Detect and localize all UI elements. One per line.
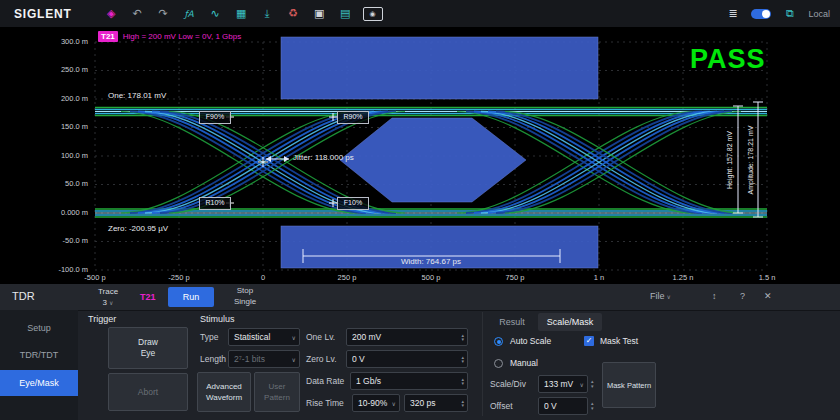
chevron-down-icon: ∨ [667,294,671,300]
chevron-down-icon: ∨ [292,334,296,341]
panel-title: TDR [12,290,35,302]
help-icon[interactable]: ? [740,291,745,301]
x-axis-tick: -250 p [151,273,207,282]
tab-tdr-tdt[interactable]: TDR/TDT [0,343,78,367]
abort-button[interactable]: Abort [108,373,188,411]
draw-eye-button[interactable]: Draw Eye [108,327,188,369]
local-status-label: Local [808,9,830,19]
chevron-down-icon: ∨ [292,356,296,363]
length-label: Length [200,354,226,364]
auto-scale-label: Auto Scale [510,336,551,346]
top-toolbar: SIGLENT ◈ ↶ ↷ ƒA ∿ ▦ ⤓ ♻ ▣ ▤ ◉ ≣ ⧉ Local [0,0,840,28]
manual-label: Manual [510,358,538,368]
file-menu[interactable]: File∨ [650,291,671,301]
toggle-switch[interactable] [751,9,771,19]
tab-scale-mask[interactable]: Scale/Mask [538,313,602,331]
scale-div-input[interactable]: 133 mV∨ [538,375,588,393]
close-icon[interactable]: ✕ [764,291,772,301]
x-axis-tick: 1.5 n [739,273,795,282]
zero-level-field-label: Zero Lv. [306,354,337,364]
zero-level-input[interactable]: 0 V ▴▾ [346,350,468,368]
resize-icon[interactable]: ↕ [712,291,717,301]
mask-test-pass-badge: PASS [690,44,766,75]
brand-logo: SIGLENT [14,7,72,21]
one-level-label: One: 178.01 mV [108,91,166,100]
manual-radio[interactable] [494,359,503,368]
offset-input[interactable]: 0 V [538,397,588,415]
x-axis-tick: 750 p [487,273,543,282]
trace-selector-line1: Trace [84,286,132,297]
type-label: Type [200,332,218,342]
section-divider [482,312,483,416]
rise-time-input[interactable]: 320 ps ▴▾ [404,394,468,412]
tab-eye-mask[interactable]: Eye/Mask [0,370,78,396]
run-button[interactable]: Run [168,287,214,307]
y-axis-tick: 150.0 m [36,122,88,131]
trace-chip: T21 [98,31,118,42]
probe-icon[interactable]: ◈ [103,5,120,22]
x-axis-tick: 1 n [571,273,627,282]
waveform-icon[interactable]: ∿ [207,5,224,22]
jitter-label: Jitter: 118.000 ps [293,153,354,162]
y-axis-tick: 100.0 m [36,151,88,160]
chevron-down-icon: ∨ [580,381,584,388]
marker-f90: F90% [199,111,231,124]
spinner-control[interactable]: ▴▾ [461,355,464,364]
mask-pattern-button[interactable]: Mask Pattern [602,362,656,408]
toolbar-right-group: ≣ ⧉ Local [724,5,830,22]
marker-r10: R10% [199,197,231,210]
grid-icon[interactable]: ▦ [233,5,250,22]
spinner-control[interactable]: ▴▾ [461,333,464,342]
eye-diagram-display: T21 High = 200 mV Low = 0V, 1 Gbps PASS … [0,28,840,284]
folder-icon[interactable]: ▤ [337,5,354,22]
rise-time-range-select[interactable]: 10-90%∨ [352,394,400,412]
redo-icon[interactable]: ↷ [155,5,172,22]
data-rate-label: Data Rate [306,376,344,386]
stop-single-button[interactable]: Stop Single [222,285,268,309]
advanced-waveform-button[interactable]: Advanced Waveform [197,372,251,412]
chevron-down-icon: ∨ [109,300,113,306]
x-axis-tick: 1.25 n [655,273,711,282]
scale-div-label: Scale/Div [490,379,526,389]
mask-test-checkbox[interactable]: ✓ [584,336,594,346]
export-icon[interactable]: ⤓ [259,5,276,22]
one-level-field-label: One Lv. [306,332,335,342]
spinner-control[interactable]: ▴▾ [461,377,464,386]
menu-icon[interactable]: ≣ [724,5,741,22]
spinner-control[interactable]: ▴▾ [591,401,594,410]
one-level-input[interactable]: 200 mV ▴▾ [346,328,468,346]
trace-selector-line2: 3∨ [84,297,132,309]
save-icon[interactable]: ▣ [311,5,328,22]
tab-result[interactable]: Result [490,313,534,331]
spinner-control[interactable]: ▴▾ [461,399,464,408]
chevron-down-icon: ∨ [392,400,396,407]
network-icon[interactable]: ⧉ [781,5,798,22]
tab-setup[interactable]: Setup [0,316,78,340]
rise-time-label: Rise Time [306,398,344,408]
x-axis-tick: 500 p [403,273,459,282]
trash-icon[interactable]: ♻ [285,5,302,22]
length-select[interactable]: 2⁷-1 bits∨ [228,350,300,368]
y-axis-tick: 0.000 m [36,208,88,217]
panel-header: TDR Trace 3∨ T21 Run Stop Single File∨ ↕… [0,284,840,311]
measurement-header: T21 High = 200 mV Low = 0V, 1 Gbps [98,31,241,42]
trace-selector-dropdown[interactable]: Trace 3∨ [84,286,132,308]
undo-icon[interactable]: ↶ [129,5,146,22]
user-pattern-button[interactable]: User Pattern [254,372,300,412]
trigger-section-label: Trigger [88,314,116,324]
auto-scale-radio[interactable] [494,337,503,346]
single-label: Single [222,296,268,307]
type-select[interactable]: Statistical∨ [228,328,300,346]
y-axis-tick: -50.0 m [36,236,88,245]
marker-f10: F10% [337,197,369,210]
zero-level-label: Zero: -200.95 µV [108,224,168,233]
width-label: Width: 764.67 ps [371,257,491,266]
x-axis-tick: 0 [235,273,291,282]
data-rate-input[interactable]: 1 Gb/s ▴▾ [350,372,468,390]
function-icon[interactable]: ƒA [181,5,198,22]
y-axis-tick: 50.0 m [36,179,88,188]
spinner-control[interactable]: ▴▾ [591,379,594,388]
camera-icon[interactable]: ◉ [363,7,383,21]
measurement-header-text: High = 200 mV Low = 0V, 1 Gbps [123,32,241,41]
marker-r90: R90% [337,111,369,124]
